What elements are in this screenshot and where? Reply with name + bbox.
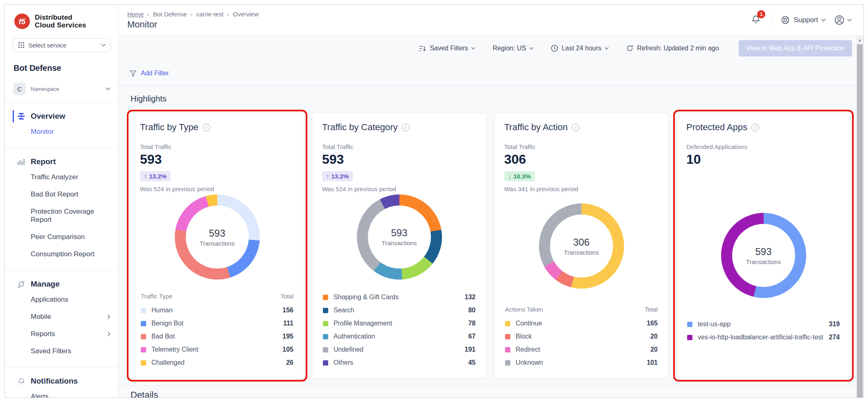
sidebar-section-notifications[interactable]: Notifications xyxy=(5,374,118,388)
legend-row-unknown[interactable]: Unknown101 xyxy=(504,356,658,369)
legend-row-undefined[interactable]: Undefined191 xyxy=(322,343,476,356)
sidebar-section-label: Report xyxy=(31,157,56,166)
donut-chart-protected-apps[interactable]: 593 Transactions xyxy=(721,213,806,298)
sidebar-item-protection-coverage-report[interactable]: Protection Coverage Report xyxy=(5,203,118,228)
legend-value: 26 xyxy=(286,359,293,366)
legend-row-block[interactable]: Block20 xyxy=(504,330,658,343)
sidebar-item-applications[interactable]: Applications xyxy=(5,291,118,308)
sidebar-item-label: Bad Bot Report xyxy=(31,190,110,199)
sidebar-item-consumption-report[interactable]: Consumption Report xyxy=(5,246,118,263)
legend-value: 165 xyxy=(647,320,658,327)
select-service-dropdown[interactable]: Select service xyxy=(13,38,110,52)
info-icon[interactable]: i xyxy=(572,124,579,131)
donut-center: 306 Transactions xyxy=(550,215,613,278)
legend-row-profile-management[interactable]: Profile Management78 xyxy=(322,317,476,330)
trend-arrow-icon: ↑ xyxy=(144,173,147,180)
chevron-right-icon xyxy=(106,332,110,336)
divider xyxy=(771,14,772,26)
sidebar-item-reports[interactable]: Reports xyxy=(5,325,118,343)
legend-swatch xyxy=(141,334,146,339)
clock-icon xyxy=(551,45,558,52)
add-filter-button[interactable]: Add Filter xyxy=(130,66,169,80)
overview-icon xyxy=(17,113,26,120)
legend-label: Bad Bot xyxy=(151,333,277,340)
report-icon xyxy=(17,158,26,165)
sidebar-item-label: Alerts xyxy=(31,393,110,397)
refresh-button[interactable]: Refresh: Updated 2 min ago xyxy=(626,45,719,52)
donut-center: 593 Transactions xyxy=(186,206,249,269)
legend-row-test-us-app[interactable]: test-us-app319 xyxy=(686,318,841,331)
divider xyxy=(118,86,863,86)
saved-filters-dropdown[interactable]: Saved Filters xyxy=(419,45,474,52)
breadcrumb-namespace[interactable]: carrie-test xyxy=(196,11,224,18)
sidebar-section-overview[interactable]: Overview xyxy=(5,109,118,123)
scrollbar-thumb[interactable] xyxy=(857,44,863,397)
sidebar-section-report[interactable]: Report xyxy=(5,155,118,169)
main-area: Home › Bot Defense › carrie-test › Overv… xyxy=(118,5,863,397)
sidebar-item-alerts[interactable]: Alerts xyxy=(5,388,118,397)
legend-row-others[interactable]: Others45 xyxy=(322,356,476,369)
view-in-waap-button[interactable]: View in Web App & API Protection xyxy=(739,40,852,56)
notifications-button[interactable]: 1 xyxy=(749,13,762,27)
sidebar-item-saved-filters[interactable]: Saved Filters xyxy=(5,343,118,360)
sidebar-item-monitor[interactable]: Monitor xyxy=(5,123,118,140)
info-icon[interactable]: i xyxy=(402,124,410,131)
breadcrumb-overview[interactable]: Overview xyxy=(233,11,259,18)
legend-traffic-by-category: Shopping & Gift Cards132Search80Profile … xyxy=(322,291,476,369)
page-title: Monitor xyxy=(127,19,749,30)
legend-row-challenged[interactable]: Challenged26 xyxy=(140,356,294,369)
legend-label: ves-io-http-loadbalancer-artificial-traf… xyxy=(698,334,823,341)
legend-row-shopping-gift-cards[interactable]: Shopping & Gift Cards132 xyxy=(322,291,476,304)
legend-row-redirect[interactable]: Redirect20 xyxy=(504,343,658,356)
legend-row-ves-io-http-loadbalancer-artificial-traffic-test[interactable]: ves-io-http-loadbalancer-artificial-traf… xyxy=(686,331,841,344)
sidebar-item-mobile[interactable]: Mobile xyxy=(5,308,118,325)
app-window: f5 Distributed Cloud Services Select ser… xyxy=(4,4,864,398)
breadcrumb-separator: › xyxy=(191,11,193,18)
notification-count-badge: 1 xyxy=(757,10,765,18)
region-dropdown[interactable]: Region: US xyxy=(493,45,533,52)
legend-row-bad-bot[interactable]: Bad Bot195 xyxy=(140,330,294,343)
donut-chart-traffic-by-type[interactable]: 593 Transactions xyxy=(175,194,260,280)
card-traffic-by-action: Traffic by Action i Total Traffic 306 ↓1… xyxy=(494,113,669,379)
legend-row-authentication[interactable]: Authentication67 xyxy=(322,330,476,343)
sidebar-item-bad-bot-report[interactable]: Bad Bot Report xyxy=(5,186,118,203)
stat-label: Defended Applications xyxy=(686,143,841,150)
vertical-scrollbar[interactable]: ▲ xyxy=(856,36,863,397)
sidebar-item-traffic-analyzer[interactable]: Traffic Analyzer xyxy=(5,169,118,186)
scroll-up-arrow-icon[interactable]: ▲ xyxy=(856,36,863,44)
legend-row-human[interactable]: Human156 xyxy=(140,304,294,317)
support-menu[interactable]: Support xyxy=(781,16,825,25)
donut-chart-traffic-by-action[interactable]: 306 Transactions xyxy=(539,203,624,289)
breadcrumb-home[interactable]: Home xyxy=(127,11,144,18)
legend-row-benign-bot[interactable]: Benign Bot111 xyxy=(140,317,294,330)
legend-row-search[interactable]: Search80 xyxy=(322,304,476,317)
legend-swatch xyxy=(323,360,328,366)
legend-swatch xyxy=(323,308,328,313)
sidebar-section-manage[interactable]: Manage xyxy=(5,277,118,291)
legend-swatch xyxy=(505,347,510,352)
breadcrumb-bot-defense[interactable]: Bot Defense xyxy=(153,11,187,18)
donut-chart-traffic-by-category[interactable]: 593 Transactions xyxy=(357,194,442,280)
legend-row-telemetry-client[interactable]: Telemetry Client105 xyxy=(140,343,294,356)
legend-protected-apps: test-us-app319ves-io-http-loadbalancer-a… xyxy=(686,318,841,344)
info-icon[interactable]: i xyxy=(751,124,759,131)
legend-label: Search xyxy=(334,307,463,314)
account-menu[interactable] xyxy=(834,15,851,25)
legend-label: Shopping & Gift Cards xyxy=(334,294,459,301)
time-range-dropdown[interactable]: Last 24 hours xyxy=(551,45,608,52)
product-title: Bot Defense xyxy=(5,54,118,77)
filter-lines-icon xyxy=(419,45,426,52)
breadcrumb: Home › Bot Defense › carrie-test › Overv… xyxy=(127,11,749,18)
legend-value: 20 xyxy=(650,346,658,353)
support-icon xyxy=(781,16,790,25)
chevron-down-icon xyxy=(471,45,475,50)
legend-row-continue[interactable]: Continue165 xyxy=(504,317,658,330)
sidebar-section-label: Manage xyxy=(31,280,60,289)
sidebar-item-peer-comparison[interactable]: Peer Comparison xyxy=(5,228,118,246)
manage-icon xyxy=(17,280,26,288)
namespace-selector[interactable]: C Namespace xyxy=(5,77,118,102)
legend-traffic-by-type: Traffic Type Total Human156Benign Bot111… xyxy=(140,291,294,369)
info-icon[interactable]: i xyxy=(203,124,210,131)
f5-logo-icon: f5 xyxy=(14,13,31,30)
sidebar-item-label: Reports xyxy=(31,330,106,338)
